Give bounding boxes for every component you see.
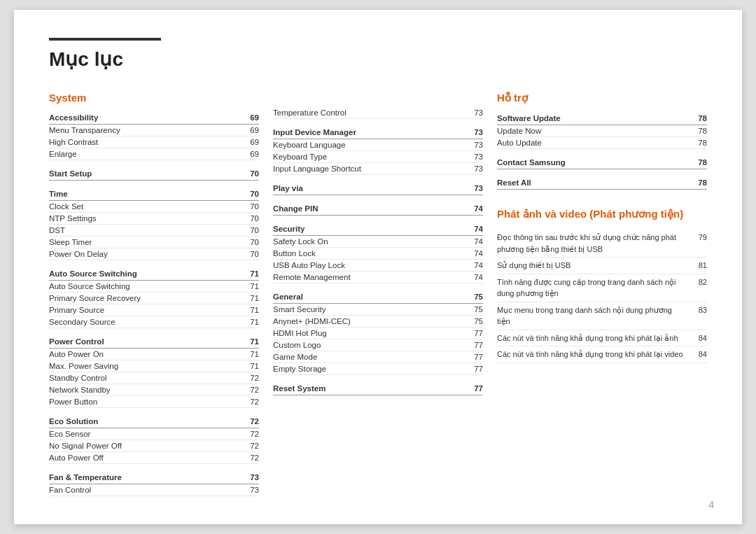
- toc-label: Start Setup: [49, 169, 242, 178]
- toc-row: Empty Storage77: [273, 363, 483, 375]
- toc-page-num: 77: [466, 329, 483, 337]
- toc-label: Play via: [273, 184, 466, 192]
- toc-label: Eco Sensor: [49, 430, 242, 438]
- toc-page-num: 71: [242, 318, 259, 326]
- toc-page-num: 79: [690, 232, 707, 244]
- toc-page-num: 82: [690, 276, 707, 288]
- toc-label: Eco Solution: [49, 417, 242, 426]
- toc-row: Enlarge69: [49, 148, 259, 160]
- toc-label: Menu Transparency: [49, 126, 242, 134]
- toc-row: Auto Power Off72: [49, 452, 259, 464]
- column-1: System Accessibility69Menu Transparency6…: [49, 92, 273, 496]
- toc-row: Primary Source71: [49, 304, 259, 316]
- toc-row: Play via73: [273, 183, 483, 195]
- toc-row: Reset All78: [497, 177, 707, 190]
- toc-row: Time70: [49, 188, 259, 201]
- toc-row: Change PIN74: [273, 203, 483, 216]
- toc-label: DST: [49, 226, 242, 234]
- toc-label: Max. Power Saving: [49, 362, 242, 370]
- toc-page-num: 70: [242, 214, 259, 223]
- toc-page-num: 78: [690, 139, 707, 147]
- toc-label: Enlarge: [49, 150, 242, 158]
- toc-page-num: 70: [242, 250, 259, 258]
- toc-page-num: 74: [466, 225, 483, 233]
- toc-page-num: 69: [242, 126, 259, 134]
- toc-page-num: 72: [242, 442, 259, 450]
- toc-row: Eco Sensor72: [49, 428, 259, 440]
- toc-label: Keyboard Type: [273, 153, 466, 161]
- toc-row: Reset System77: [273, 383, 483, 395]
- toc-label: General: [273, 293, 466, 301]
- toc-label: No Signal Power Off: [49, 442, 242, 450]
- toc-label: USB Auto Play Lock: [273, 261, 466, 269]
- toc-page-num: 75: [466, 305, 483, 314]
- column-3: Hỗ trợ Software Update78Update Now78Auto…: [497, 92, 707, 496]
- toc-page-num: 75: [466, 317, 483, 325]
- toc-page-num: 73: [466, 108, 483, 117]
- toc-row: Menu Transparency69: [49, 125, 259, 136]
- toc-row: Security74: [273, 223, 483, 236]
- toc-label: Game Mode: [273, 353, 466, 361]
- toc-label: High Contrast: [49, 138, 242, 146]
- toc-page-num: 70: [242, 190, 259, 198]
- toc-page-num: 69: [242, 138, 259, 146]
- toc-page-num: 74: [466, 237, 483, 246]
- toc-row: Các nút và tính năng khả dụng trong khi …: [497, 346, 707, 363]
- toc-row: Remote Management74: [273, 272, 483, 283]
- toc-row: Power Control71: [49, 336, 259, 349]
- toc-label: Primary Source Recovery: [49, 294, 242, 302]
- col1-toc: Accessibility69Menu Transparency69High C…: [49, 112, 259, 496]
- col3-section2-toc: Đọc thông tin sau trước khi sử dụng chức…: [497, 230, 707, 363]
- page-title: Mục lục: [49, 48, 707, 71]
- toc-row: Keyboard Language73: [273, 139, 483, 151]
- toc-row: Software Update78: [497, 113, 707, 125]
- toc-row: Secondary Source71: [49, 316, 259, 328]
- toc-page-num: 75: [466, 293, 483, 301]
- toc-page-num: 69: [242, 150, 259, 158]
- toc-page-num: 70: [242, 202, 259, 211]
- section-title-system: System: [49, 92, 259, 104]
- toc-label: Secondary Source: [49, 318, 242, 326]
- toc-label: Auto Source Switching: [49, 282, 242, 290]
- toc-page-num: 78: [690, 178, 707, 187]
- toc-row: No Signal Power Off72: [49, 440, 259, 452]
- col3-section1-toc: Software Update78Update Now78Auto Update…: [497, 113, 707, 190]
- toc-row: Anynet+ (HDMI-CEC)75: [273, 316, 483, 328]
- toc-row: Fan & Temperature73: [49, 472, 259, 484]
- toc-page-num: 77: [466, 365, 483, 373]
- toc-row: Tính năng được cung cấp trong trang danh…: [497, 274, 707, 302]
- toc-row: Eco Solution72: [49, 416, 259, 428]
- toc-page-num: 72: [242, 417, 259, 426]
- toc-row: Keyboard Type73: [273, 151, 483, 163]
- toc-page-num: 84: [690, 332, 707, 344]
- toc-label: Change PIN: [273, 204, 466, 213]
- toc-label: Temperature Control: [273, 108, 466, 117]
- toc-page-num: 74: [466, 204, 483, 213]
- toc-page-num: 71: [242, 350, 259, 358]
- toc-page-num: 69: [242, 113, 259, 122]
- toc-row: Contact Samsung78: [497, 157, 707, 169]
- toc-page-num: 73: [466, 153, 483, 161]
- toc-row: Primary Source Recovery71: [49, 293, 259, 304]
- toc-page-num: 77: [466, 384, 483, 393]
- toc-label: Time: [49, 190, 242, 198]
- toc-row: USB Auto Play Lock74: [273, 260, 483, 272]
- toc-page-num: 74: [466, 249, 483, 258]
- toc-row: Fan Control73: [49, 484, 259, 496]
- toc-row: Update Now78: [497, 125, 707, 137]
- toc-row: Network Standby72: [49, 384, 259, 396]
- toc-label: NTP Settings: [49, 214, 242, 223]
- toc-row: Auto Source Switching71: [49, 281, 259, 293]
- toc-row: Input Language Shortcut73: [273, 163, 483, 175]
- toc-page-num: 77: [466, 341, 483, 349]
- column-2: Temperature Control73Input Device Manage…: [273, 92, 497, 496]
- toc-page-num: 72: [242, 386, 259, 394]
- toc-page-num: 70: [242, 226, 259, 234]
- toc-row: Auto Power On71: [49, 349, 259, 360]
- toc-page-num: 72: [242, 430, 259, 438]
- toc-page-num: 73: [242, 486, 259, 494]
- toc-label: Security: [273, 225, 466, 233]
- toc-row: Game Mode77: [273, 351, 483, 363]
- toc-row: Power On Delay70: [49, 248, 259, 260]
- toc-page-num: 74: [466, 273, 483, 281]
